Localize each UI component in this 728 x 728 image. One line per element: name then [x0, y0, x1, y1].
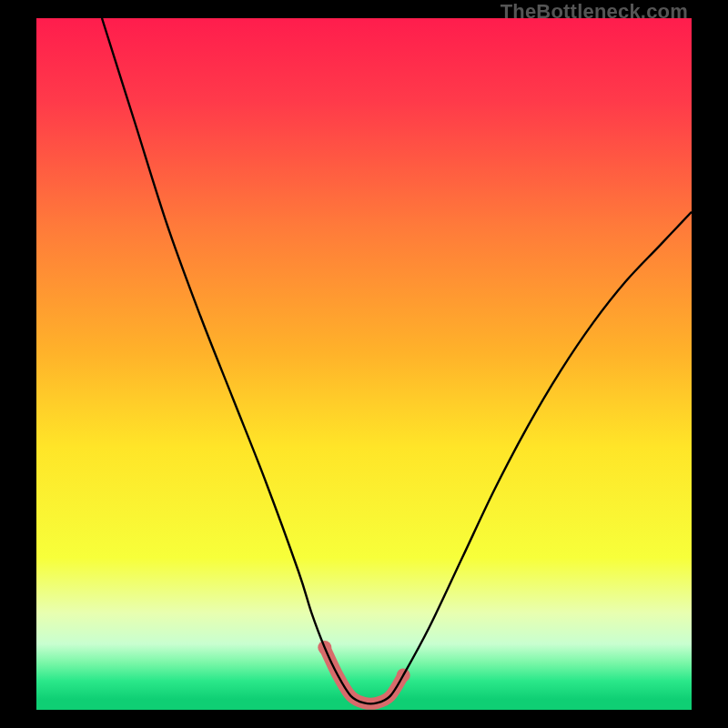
chart-svg — [36, 18, 692, 710]
plot-area — [36, 18, 692, 710]
chart-frame: TheBottleneck.com — [0, 0, 728, 728]
watermark-text: TheBottleneck.com — [500, 0, 688, 24]
